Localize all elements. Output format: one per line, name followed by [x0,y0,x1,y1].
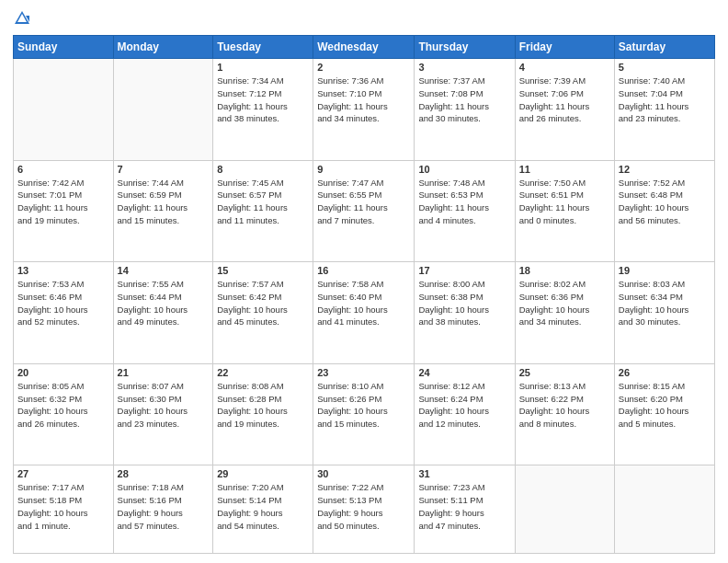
day-info: Sunrise: 8:05 AM Sunset: 6:32 PM Dayligh… [17,380,109,431]
day-info: Sunrise: 7:17 AM Sunset: 5:18 PM Dayligh… [17,481,109,532]
day-info: Sunrise: 7:57 AM Sunset: 6:42 PM Dayligh… [217,278,309,328]
day-info: Sunrise: 7:55 AM Sunset: 6:44 PM Dayligh… [118,278,210,328]
calendar-cell: 29Sunrise: 7:20 AM Sunset: 5:14 PM Dayli… [213,465,313,554]
day-number: 25 [519,367,610,378]
day-number: 8 [217,164,309,175]
calendar-cell: 20Sunrise: 8:05 AM Sunset: 6:32 PM Dayli… [14,363,114,465]
day-info: Sunrise: 7:50 AM Sunset: 6:51 PM Dayligh… [519,177,610,227]
day-info: Sunrise: 8:13 AM Sunset: 6:22 PM Dayligh… [519,380,610,431]
calendar-cell: 7Sunrise: 7:44 AM Sunset: 6:59 PM Daylig… [113,160,213,262]
day-number: 29 [217,468,309,479]
calendar-week-row: 27Sunrise: 7:17 AM Sunset: 5:18 PM Dayli… [14,465,715,554]
day-number: 24 [418,367,510,378]
day-info: Sunrise: 7:52 AM Sunset: 6:48 PM Dayligh… [619,177,711,227]
day-header-thursday: Thursday [415,36,515,59]
day-number: 3 [418,62,510,73]
day-header-sunday: Sunday [14,36,114,59]
day-number: 19 [619,265,711,276]
day-number: 15 [217,265,309,276]
day-number: 7 [118,164,210,175]
day-info: Sunrise: 7:42 AM Sunset: 7:01 PM Dayligh… [17,177,109,227]
day-number: 17 [418,265,510,276]
calendar-cell: 2Sunrise: 7:36 AM Sunset: 7:10 PM Daylig… [313,59,415,161]
day-info: Sunrise: 8:15 AM Sunset: 6:20 PM Dayligh… [619,380,711,431]
calendar-cell: 11Sunrise: 7:50 AM Sunset: 6:51 PM Dayli… [515,160,614,262]
day-number: 18 [519,265,610,276]
day-number: 16 [317,265,410,276]
day-info: Sunrise: 7:23 AM Sunset: 5:11 PM Dayligh… [418,481,510,532]
calendar-week-row: 20Sunrise: 8:05 AM Sunset: 6:32 PM Dayli… [14,363,715,465]
calendar-cell: 1Sunrise: 7:34 AM Sunset: 7:12 PM Daylig… [213,59,313,161]
calendar-cell: 23Sunrise: 8:10 AM Sunset: 6:26 PM Dayli… [313,363,415,465]
day-number: 28 [118,468,210,479]
calendar-cell: 12Sunrise: 7:52 AM Sunset: 6:48 PM Dayli… [614,160,714,262]
calendar-cell: 22Sunrise: 8:08 AM Sunset: 6:28 PM Dayli… [213,363,313,465]
day-info: Sunrise: 8:12 AM Sunset: 6:24 PM Dayligh… [418,380,510,431]
day-number: 21 [118,367,210,378]
day-number: 27 [17,468,109,479]
calendar-cell: 21Sunrise: 8:07 AM Sunset: 6:30 PM Dayli… [113,363,213,465]
day-number: 30 [317,468,410,479]
calendar-cell: 15Sunrise: 7:57 AM Sunset: 6:42 PM Dayli… [213,262,313,364]
calendar-cell [113,59,213,161]
day-info: Sunrise: 7:44 AM Sunset: 6:59 PM Dayligh… [118,177,210,227]
calendar-cell: 9Sunrise: 7:47 AM Sunset: 6:55 PM Daylig… [313,160,415,262]
day-header-saturday: Saturday [614,36,714,59]
day-info: Sunrise: 7:40 AM Sunset: 7:04 PM Dayligh… [619,75,711,125]
calendar-cell: 17Sunrise: 8:00 AM Sunset: 6:38 PM Dayli… [415,262,515,364]
day-info: Sunrise: 8:02 AM Sunset: 6:36 PM Dayligh… [519,278,610,328]
day-number: 6 [17,164,109,175]
calendar-cell: 5Sunrise: 7:40 AM Sunset: 7:04 PM Daylig… [614,59,714,161]
day-number: 4 [519,62,610,73]
day-header-friday: Friday [515,36,614,59]
day-info: Sunrise: 7:34 AM Sunset: 7:12 PM Dayligh… [217,75,309,125]
day-number: 12 [619,164,711,175]
calendar-cell: 8Sunrise: 7:45 AM Sunset: 6:57 PM Daylig… [213,160,313,262]
calendar-cell: 30Sunrise: 7:22 AM Sunset: 5:13 PM Dayli… [313,465,415,554]
day-info: Sunrise: 8:07 AM Sunset: 6:30 PM Dayligh… [118,380,210,431]
day-number: 2 [317,62,410,73]
day-info: Sunrise: 7:53 AM Sunset: 6:46 PM Dayligh… [17,278,109,328]
page: SundayMondayTuesdayWednesdayThursdayFrid… [0,0,728,563]
calendar-cell: 6Sunrise: 7:42 AM Sunset: 7:01 PM Daylig… [14,160,114,262]
day-number: 22 [217,367,309,378]
day-info: Sunrise: 7:39 AM Sunset: 7:06 PM Dayligh… [519,75,610,125]
day-header-tuesday: Tuesday [213,36,313,59]
calendar-cell: 14Sunrise: 7:55 AM Sunset: 6:44 PM Dayli… [113,262,213,364]
day-info: Sunrise: 7:48 AM Sunset: 6:53 PM Dayligh… [418,177,510,227]
calendar-cell: 13Sunrise: 7:53 AM Sunset: 6:46 PM Dayli… [14,262,114,364]
calendar-cell: 10Sunrise: 7:48 AM Sunset: 6:53 PM Dayli… [415,160,515,262]
day-header-wednesday: Wednesday [313,36,415,59]
day-info: Sunrise: 7:22 AM Sunset: 5:13 PM Dayligh… [317,481,410,532]
day-info: Sunrise: 8:00 AM Sunset: 6:38 PM Dayligh… [418,278,510,328]
day-number: 10 [418,164,510,175]
calendar-cell: 31Sunrise: 7:23 AM Sunset: 5:11 PM Dayli… [415,465,515,554]
calendar-week-row: 13Sunrise: 7:53 AM Sunset: 6:46 PM Dayli… [14,262,715,364]
day-number: 5 [619,62,711,73]
day-number: 31 [418,468,510,479]
calendar-cell: 28Sunrise: 7:18 AM Sunset: 5:16 PM Dayli… [113,465,213,554]
day-number: 11 [519,164,610,175]
day-number: 1 [217,62,309,73]
day-info: Sunrise: 8:10 AM Sunset: 6:26 PM Dayligh… [317,380,410,431]
calendar-cell: 27Sunrise: 7:17 AM Sunset: 5:18 PM Dayli… [14,465,114,554]
day-info: Sunrise: 7:45 AM Sunset: 6:57 PM Dayligh… [217,177,309,227]
calendar-cell: 16Sunrise: 7:58 AM Sunset: 6:40 PM Dayli… [313,262,415,364]
day-info: Sunrise: 7:47 AM Sunset: 6:55 PM Dayligh… [317,177,410,227]
day-number: 20 [17,367,109,378]
logo [13,9,33,28]
day-info: Sunrise: 7:18 AM Sunset: 5:16 PM Dayligh… [118,481,210,532]
day-number: 14 [118,265,210,276]
calendar-cell [614,465,714,554]
calendar-cell: 4Sunrise: 7:39 AM Sunset: 7:06 PM Daylig… [515,59,614,161]
calendar-cell: 24Sunrise: 8:12 AM Sunset: 6:24 PM Dayli… [415,363,515,465]
calendar-cell: 19Sunrise: 8:03 AM Sunset: 6:34 PM Dayli… [614,262,714,364]
day-info: Sunrise: 7:36 AM Sunset: 7:10 PM Dayligh… [317,75,410,125]
day-number: 26 [619,367,711,378]
day-info: Sunrise: 8:03 AM Sunset: 6:34 PM Dayligh… [619,278,711,328]
calendar-cell [14,59,114,161]
day-header-monday: Monday [113,36,213,59]
calendar-cell: 25Sunrise: 8:13 AM Sunset: 6:22 PM Dayli… [515,363,614,465]
calendar-cell [515,465,614,554]
calendar-table: SundayMondayTuesdayWednesdayThursdayFrid… [13,35,715,554]
